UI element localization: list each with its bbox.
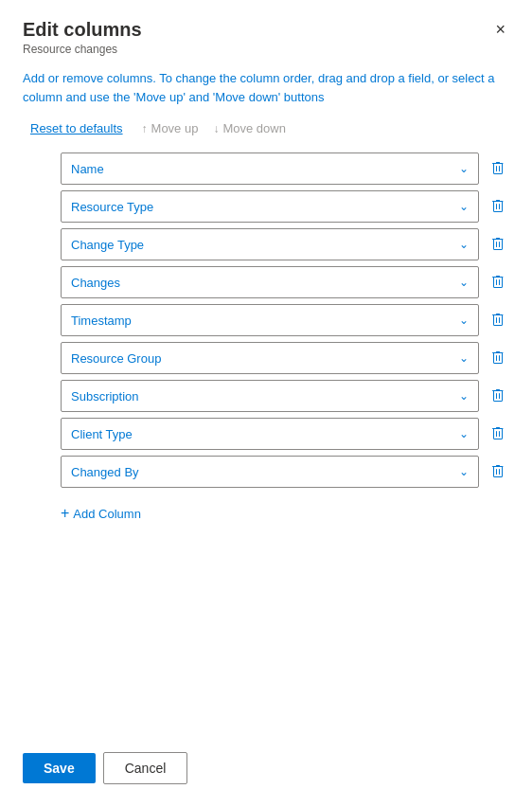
table-row: Resource Type ⌄ [61,190,509,223]
panel-title: Edit columns [23,19,142,41]
delete-column-button-5[interactable] [487,347,509,369]
column-select-label-6: Subscription [71,389,139,404]
footer: Save Cancel [23,733,509,784]
columns-list: Name ⌄ Resource Type ⌄ Change Type ⌄ [23,152,509,488]
panel-subtitle: Resource changes [23,43,509,56]
table-row: Subscription ⌄ [61,380,509,412]
delete-column-button-3[interactable] [487,271,509,294]
chevron-down-icon: ⌄ [459,200,469,213]
cancel-button[interactable]: Cancel [103,752,188,784]
description-text: Add or remove columns. To change the col… [23,69,509,106]
trash-icon [490,350,505,366]
delete-column-button-2[interactable] [487,233,509,256]
arrow-down-icon: ↓ [213,122,219,135]
column-select-3[interactable]: Changes ⌄ [61,266,479,298]
table-row: Timestamp ⌄ [61,304,509,336]
panel-header: Edit columns × [23,19,509,41]
trash-icon [490,161,505,176]
toolbar: Reset to defaults ↑ Move up ↓ Move down [23,119,509,137]
delete-column-button-1[interactable] [487,195,509,218]
edit-columns-panel: Edit columns × Resource changes Add or r… [0,0,532,807]
chevron-down-icon: ⌄ [459,427,469,440]
save-button[interactable]: Save [23,753,96,783]
column-select-4[interactable]: Timestamp ⌄ [61,304,479,336]
trash-icon [490,275,505,290]
chevron-down-icon: ⌄ [459,465,469,478]
table-row: Changed By ⌄ [61,456,509,488]
column-select-label-8: Changed By [71,465,139,479]
column-select-label-1: Resource Type [71,200,153,214]
move-down-button[interactable]: ↓ Move down [205,119,293,137]
trash-icon [490,426,505,441]
trash-icon [490,199,505,214]
column-select-8[interactable]: Changed By ⌄ [61,456,479,488]
table-row: Name ⌄ [61,152,509,185]
chevron-down-icon: ⌄ [459,238,469,251]
reset-defaults-button[interactable]: Reset to defaults [30,119,123,137]
column-select-label-3: Changes [71,276,120,290]
trash-icon [490,313,505,328]
move-up-button[interactable]: ↑ Move up [134,119,206,137]
column-select-0[interactable]: Name ⌄ [61,152,479,185]
column-select-7[interactable]: Client Type ⌄ [61,418,479,450]
chevron-down-icon: ⌄ [459,314,469,327]
table-row: Resource Group ⌄ [61,342,509,374]
add-column-button[interactable]: + Add Column [23,501,509,526]
delete-column-button-7[interactable] [487,422,509,445]
chevron-down-icon: ⌄ [459,389,469,403]
column-select-1[interactable]: Resource Type ⌄ [61,190,479,223]
column-select-2[interactable]: Change Type ⌄ [61,228,479,260]
column-select-label-4: Timestamp [71,314,132,328]
chevron-down-icon: ⌄ [459,162,469,175]
delete-column-button-8[interactable] [487,460,509,483]
plus-icon: + [61,505,69,522]
delete-column-button-0[interactable] [487,157,509,180]
add-column-label: Add Column [73,507,141,521]
chevron-down-icon: ⌄ [459,351,469,365]
column-select-label-0: Name [71,162,104,176]
chevron-down-icon: ⌄ [459,276,469,289]
table-row: Changes ⌄ [61,266,509,298]
column-select-label-2: Change Type [71,238,144,252]
column-select-6[interactable]: Subscription ⌄ [61,380,479,412]
trash-icon [490,237,505,252]
delete-column-button-6[interactable] [487,385,509,407]
column-select-label-7: Client Type [71,427,133,441]
arrow-up-icon: ↑ [142,122,148,135]
move-down-label: Move down [222,121,285,135]
move-up-label: Move up [151,121,199,135]
delete-column-button-4[interactable] [487,309,509,332]
close-button[interactable]: × [491,19,509,40]
table-row: Client Type ⌄ [61,418,509,450]
table-row: Change Type ⌄ [61,228,509,260]
column-select-label-5: Resource Group [71,351,161,366]
trash-icon [490,388,505,404]
trash-icon [490,464,505,479]
column-select-5[interactable]: Resource Group ⌄ [61,342,479,374]
